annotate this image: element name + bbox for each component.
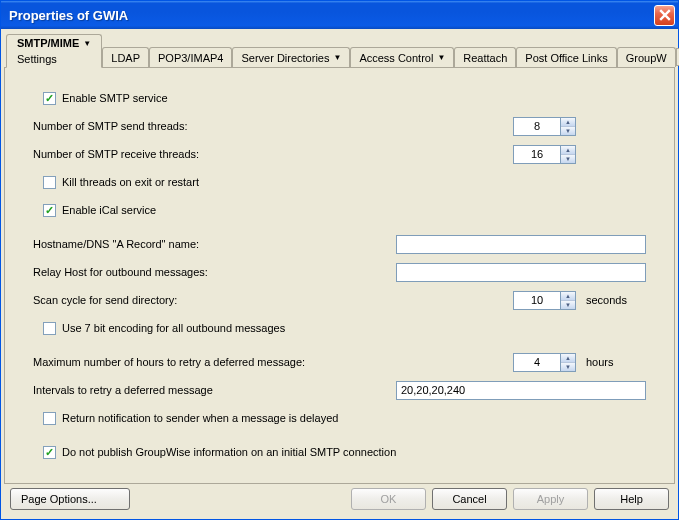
tab-scroll-controls: ◄ ► (676, 48, 679, 67)
relay-host-label: Relay Host for outbound messages: (33, 266, 393, 278)
button-bar: Page Options... OK Cancel Apply Help (4, 484, 675, 516)
help-button[interactable]: Help (594, 488, 669, 510)
tab-post-office-links[interactable]: Post Office Links (516, 47, 616, 67)
relay-host-row: Relay Host for outbound messages: (33, 262, 646, 282)
spinner-down-icon[interactable]: ▼ (561, 155, 575, 163)
tab-label: Post Office Links (525, 52, 607, 64)
recv-threads-input[interactable] (513, 145, 561, 164)
return-notif-row: Return notification to sender when a mes… (43, 408, 646, 428)
close-icon (659, 9, 671, 21)
tab-label: SMTP/MIME (17, 37, 79, 49)
client-area: SMTP/MIME ▼ Settings LDAP POP3/IMAP4 Ser… (1, 29, 678, 519)
tab-smtp-mime[interactable]: SMTP/MIME ▼ Settings (6, 34, 102, 68)
no-publish-checkbox[interactable] (43, 446, 56, 459)
dialog-window: Properties of GWIA SMTP/MIME ▼ Settings … (0, 0, 679, 520)
max-hours-label: Maximum number of hours to retry a defer… (33, 356, 393, 368)
page-options-button[interactable]: Page Options... (10, 488, 130, 510)
close-button[interactable] (654, 5, 675, 26)
send-threads-spinner[interactable]: ▲▼ (561, 117, 576, 136)
spinner-up-icon[interactable]: ▲ (561, 292, 575, 301)
tab-label: LDAP (111, 52, 140, 64)
spinner-up-icon[interactable]: ▲ (561, 146, 575, 155)
ok-button[interactable]: OK (351, 488, 426, 510)
window-title: Properties of GWIA (9, 8, 654, 23)
no-publish-row: Do not publish GroupWise information on … (43, 442, 646, 462)
return-notif-checkbox[interactable] (43, 412, 56, 425)
spinner-down-icon[interactable]: ▼ (561, 127, 575, 135)
recv-threads-label: Number of SMTP receive threads: (33, 148, 393, 160)
tab-pop3-imap4[interactable]: POP3/IMAP4 (149, 47, 232, 67)
tab-label: Reattach (463, 52, 507, 64)
intervals-row: Intervals to retry a deferred message (33, 380, 646, 400)
dropdown-icon: ▼ (333, 53, 341, 62)
titlebar: Properties of GWIA (1, 1, 678, 29)
no-publish-label: Do not publish GroupWise information on … (62, 446, 396, 458)
return-notif-label: Return notification to sender when a mes… (62, 412, 338, 424)
kill-threads-row: Kill threads on exit or restart (43, 172, 646, 192)
max-hours-input[interactable] (513, 353, 561, 372)
hostname-label: Hostname/DNS "A Record" name: (33, 238, 393, 250)
send-threads-label: Number of SMTP send threads: (33, 120, 393, 132)
scan-cycle-spinner[interactable]: ▲▼ (561, 291, 576, 310)
tab-sublabel: Settings (17, 53, 57, 65)
intervals-input[interactable] (396, 381, 646, 400)
send-threads-row: Number of SMTP send threads: ▲▼ (33, 116, 646, 136)
recv-threads-spinner[interactable]: ▲▼ (561, 145, 576, 164)
use7bit-label: Use 7 bit encoding for all outbound mess… (62, 322, 285, 334)
enable-ical-row: Enable iCal service (43, 200, 646, 220)
tab-label: Server Directories (241, 52, 329, 64)
scan-cycle-label: Scan cycle for send directory: (33, 294, 393, 306)
spinner-up-icon[interactable]: ▲ (561, 354, 575, 363)
tab-label: Access Control (359, 52, 433, 64)
tab-reattach[interactable]: Reattach (454, 47, 516, 67)
use7bit-checkbox[interactable] (43, 322, 56, 335)
use7bit-row: Use 7 bit encoding for all outbound mess… (43, 318, 646, 338)
enable-smtp-row: Enable SMTP service (43, 88, 646, 108)
scan-cycle-row: Scan cycle for send directory: ▲▼ second… (33, 290, 646, 310)
dropdown-icon: ▼ (437, 53, 445, 62)
tab-label: POP3/IMAP4 (158, 52, 223, 64)
enable-ical-label: Enable iCal service (62, 204, 156, 216)
max-hours-spinner[interactable]: ▲▼ (561, 353, 576, 372)
scan-cycle-unit: seconds (586, 294, 646, 306)
kill-threads-label: Kill threads on exit or restart (62, 176, 199, 188)
tab-label: GroupW (626, 52, 667, 64)
tab-strip: SMTP/MIME ▼ Settings LDAP POP3/IMAP4 Ser… (4, 32, 675, 68)
cancel-button[interactable]: Cancel (432, 488, 507, 510)
tab-groupwise-truncated[interactable]: GroupW (617, 47, 676, 67)
intervals-label: Intervals to retry a deferred message (33, 384, 393, 396)
hostname-input[interactable] (396, 235, 646, 254)
spinner-down-icon[interactable]: ▼ (561, 363, 575, 371)
max-hours-row: Maximum number of hours to retry a defer… (33, 352, 646, 372)
scan-cycle-input[interactable] (513, 291, 561, 310)
spinner-down-icon[interactable]: ▼ (561, 301, 575, 309)
enable-smtp-checkbox[interactable] (43, 92, 56, 105)
enable-ical-checkbox[interactable] (43, 204, 56, 217)
max-hours-unit: hours (586, 356, 646, 368)
tab-ldap[interactable]: LDAP (102, 47, 149, 67)
dropdown-icon: ▼ (83, 39, 91, 48)
spinner-up-icon[interactable]: ▲ (561, 118, 575, 127)
recv-threads-row: Number of SMTP receive threads: ▲▼ (33, 144, 646, 164)
tab-server-directories[interactable]: Server Directories▼ (232, 47, 350, 67)
tab-scroll-left[interactable]: ◄ (676, 48, 679, 66)
enable-smtp-label: Enable SMTP service (62, 92, 168, 104)
relay-host-input[interactable] (396, 263, 646, 282)
hostname-row: Hostname/DNS "A Record" name: (33, 234, 646, 254)
tab-content: Enable SMTP service Number of SMTP send … (4, 68, 675, 484)
send-threads-input[interactable] (513, 117, 561, 136)
tab-access-control[interactable]: Access Control▼ (350, 47, 454, 67)
apply-button[interactable]: Apply (513, 488, 588, 510)
kill-threads-checkbox[interactable] (43, 176, 56, 189)
